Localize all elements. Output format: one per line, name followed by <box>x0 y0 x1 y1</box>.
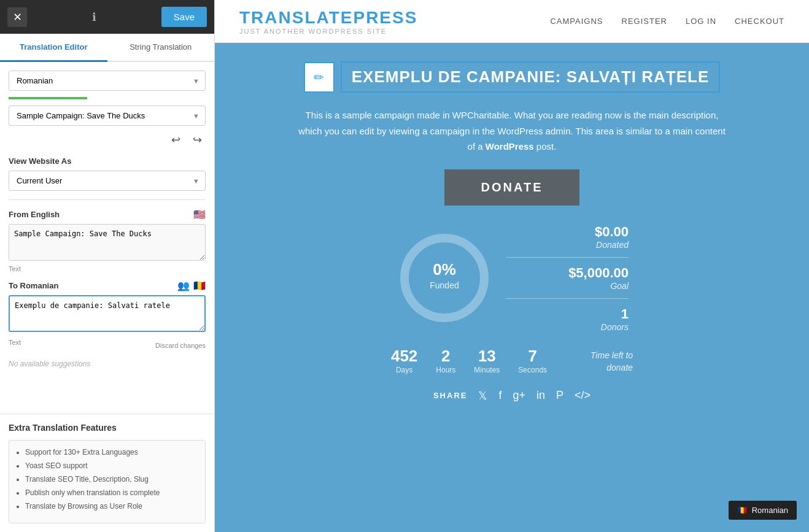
embed-icon[interactable]: </> <box>575 389 590 402</box>
linkedin-icon[interactable]: in <box>536 389 545 402</box>
brand-title: TRANSLATEPRESS <box>239 8 417 28</box>
feature-item: Translate SEO Title, Description, Slug <box>25 475 198 484</box>
features-box: Support for 130+ Extra Languages Yoast S… <box>9 440 206 523</box>
campaign-select[interactable]: Sample Campaign: Save The Ducks <box>9 106 206 126</box>
save-button[interactable]: Save <box>161 7 207 27</box>
from-field-type: Text <box>9 265 206 272</box>
progress-circle: 0% Funded <box>395 229 494 327</box>
view-as-select-wrap: Current User Guest <box>9 171 206 191</box>
donate-button[interactable]: DONATE <box>444 169 580 206</box>
site-brand: TRANSLATEPRESS JUST ANOTHER WORDPRESS SI… <box>239 8 417 35</box>
users-icon: 👥 <box>177 280 190 291</box>
hours-label: Hours <box>436 366 455 374</box>
progress-funded-label: Funded <box>430 280 459 290</box>
timer-row: 452 Days 2 Hours 13 Minutes 7 Seconds Ti… <box>252 347 772 374</box>
ro-flag-input: 🇷🇴 <box>193 280 206 291</box>
feature-item: Support for 130+ Extra Languages <box>25 448 198 457</box>
campaign-description: This is a sample campaign made in WPChar… <box>297 107 727 155</box>
googleplus-icon[interactable]: g+ <box>513 389 525 402</box>
minutes-value: 13 <box>474 347 500 366</box>
hours-value: 2 <box>436 347 455 366</box>
nav-checkout[interactable]: CHECKOUT <box>735 17 784 26</box>
undo-redo-bar: ↩ ↪ <box>9 132 206 148</box>
from-label: From English <box>9 210 60 219</box>
romanian-badge[interactable]: 🇷🇴 Romanian <box>729 501 797 520</box>
campaign-title: EXEMPLU DE CAMPANIE: SALVAȚI RAȚELE <box>341 61 720 93</box>
info-button[interactable]: ℹ <box>84 7 104 27</box>
progress-percent: 0% <box>433 260 456 279</box>
donors-label: Donors <box>506 322 629 332</box>
twitter-icon[interactable]: 𝕏 <box>478 389 487 403</box>
feature-item: Publish only when translation is complet… <box>25 488 198 497</box>
edit-icon-box[interactable]: ✏ <box>304 62 335 93</box>
seconds-label: Seconds <box>518 366 547 374</box>
stats-right: $0.00 Donated $5,000.00 Goal 1 Donors <box>506 224 629 332</box>
donated-value: $0.00 <box>506 224 629 240</box>
donated-label: Donated <box>506 240 629 250</box>
ro-label-badge: Romanian <box>752 506 788 515</box>
timer-seconds: 7 Seconds <box>518 347 547 374</box>
brand-sub: JUST ANOTHER WORDPRESS SITE <box>239 28 417 35</box>
campaign-select-wrap: Sample Campaign: Save The Ducks <box>9 106 206 126</box>
seconds-value: 7 <box>518 347 547 366</box>
divider-1 <box>9 199 206 200</box>
redo-button[interactable]: ↪ <box>189 132 206 148</box>
days-label: Days <box>391 366 417 374</box>
nav-login[interactable]: LOG IN <box>686 17 716 26</box>
tab-bar: Translation Editor String Translation <box>0 34 214 62</box>
language-select[interactable]: Romanian English French German <box>9 71 206 91</box>
timer-hours: 2 Hours <box>436 347 455 374</box>
campaign-desc-end: post. <box>534 141 557 152</box>
to-textarea[interactable]: Exemplu de campanie: Salvati ratele <box>9 295 206 332</box>
time-left-label: Time left to donate <box>565 350 633 374</box>
pencil-icon: ✏ <box>314 70 324 85</box>
top-bar: ✕ ℹ Save <box>0 0 214 34</box>
goal-value: $5,000.00 <box>506 265 629 281</box>
stat-divider-1 <box>506 257 629 258</box>
language-select-wrap: Romanian English French German <box>9 71 206 91</box>
nav-campaigns[interactable]: CAMPAIGNS <box>550 17 603 26</box>
share-row: SHARE 𝕏 f g+ in P </> <box>433 389 590 403</box>
nav-links: CAMPAIGNS REGISTER LOG IN CHECKOUT <box>550 17 784 26</box>
goal-stat: $5,000.00 Goal <box>506 265 629 291</box>
timer-minutes: 13 Minutes <box>474 347 500 374</box>
donors-stat: 1 Donors <box>506 306 629 332</box>
pinterest-icon[interactable]: P <box>556 389 563 402</box>
donated-stat: $0.00 Donated <box>506 224 629 250</box>
campaign-desc-bold: WordPress <box>486 141 534 152</box>
site-nav: TRANSLATEPRESS JUST ANOTHER WORDPRESS SI… <box>215 0 809 43</box>
from-header: From English 🇺🇸 <box>9 209 206 220</box>
undo-button[interactable]: ↩ <box>168 132 184 148</box>
suggestions-label: No available suggestions <box>9 360 206 368</box>
facebook-icon[interactable]: f <box>498 389 501 402</box>
language-progress-indicator <box>9 97 87 99</box>
us-flag: 🇺🇸 <box>193 209 206 220</box>
right-panel: TRANSLATEPRESS JUST ANOTHER WORDPRESS SI… <box>215 0 809 532</box>
discard-row: Text Discard changes <box>9 337 206 353</box>
view-as-label: View Website As <box>9 156 206 166</box>
from-textarea[interactable]: Sample Campaign: Save The Ducks <box>9 224 206 261</box>
ro-flag-badge: 🇷🇴 <box>737 506 747 515</box>
stat-divider-2 <box>506 298 629 299</box>
discard-button[interactable]: Discard changes <box>155 342 206 349</box>
campaign-title-row: ✏ EXEMPLU DE CAMPANIE: SALVAȚI RAȚELE <box>252 61 772 93</box>
to-icons: 👥 🇷🇴 <box>177 280 206 291</box>
extra-features: Extra Translation Features Support for 1… <box>0 414 214 532</box>
view-as-select[interactable]: Current User Guest <box>9 171 206 191</box>
to-header: To Romanian 👥 🇷🇴 <box>9 280 206 291</box>
timer-days: 452 Days <box>391 347 417 374</box>
stats-row: 0% Funded $0.00 Donated $5,000.00 Goal 1… <box>252 224 772 332</box>
tab-translation-editor[interactable]: Translation Editor <box>0 34 107 62</box>
tab-string-translation[interactable]: String Translation <box>107 34 215 62</box>
close-button[interactable]: ✕ <box>7 7 27 27</box>
extra-title: Extra Translation Features <box>9 423 206 433</box>
left-panel: ✕ ℹ Save Translation Editor String Trans… <box>0 0 215 532</box>
goal-label: Goal <box>506 281 629 291</box>
panel-content: Romanian English French German Sample Ca… <box>0 62 214 414</box>
donors-value: 1 <box>506 306 629 322</box>
feature-item: Yoast SEO support <box>25 461 198 470</box>
feature-item: Translate by Browsing as User Role <box>25 502 198 511</box>
main-content: ✏ EXEMPLU DE CAMPANIE: SALVAȚI RAȚELE Th… <box>215 43 809 532</box>
minutes-label: Minutes <box>474 366 500 374</box>
nav-register[interactable]: REGISTER <box>622 17 667 26</box>
